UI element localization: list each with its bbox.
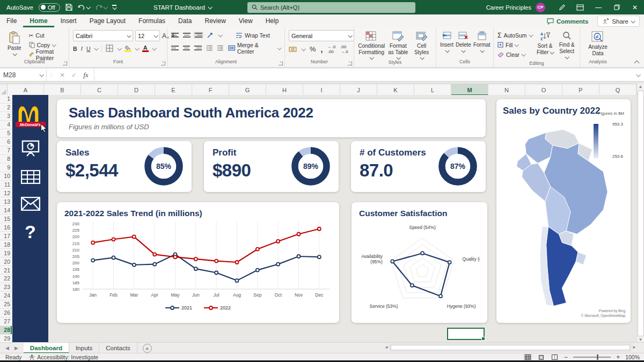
- column-header-I[interactable]: I: [303, 84, 340, 95]
- borders-button[interactable]: [106, 45, 114, 53]
- close-button[interactable]: ✕: [626, 0, 644, 14]
- sheet-tab-inputs[interactable]: Inputs: [69, 343, 99, 353]
- kpi-card-customers[interactable]: # of Customers87.087%: [351, 141, 486, 192]
- align-right-button[interactable]: [194, 46, 202, 50]
- new-sheet-button[interactable]: +: [143, 344, 152, 353]
- fill-color-button[interactable]: [125, 45, 131, 52]
- customize-quick-access-button[interactable]: [112, 5, 116, 9]
- redo-button[interactable]: [95, 4, 107, 11]
- sidebar-table-button[interactable]: [21, 170, 40, 184]
- zoom-slider[interactable]: [573, 357, 611, 358]
- align-middle-button[interactable]: [183, 33, 191, 38]
- horizontal-scrollbar[interactable]: ◄ ►: [384, 344, 636, 351]
- ribbon-tab-page-layout[interactable]: Page Layout: [83, 14, 132, 27]
- ribbon-tab-view[interactable]: View: [232, 14, 259, 27]
- avatar[interactable]: CP: [536, 3, 545, 12]
- horizontal-scroll-thumb[interactable]: [391, 345, 630, 350]
- column-header-F[interactable]: F: [192, 84, 229, 95]
- row-header-28[interactable]: 28: [0, 326, 12, 335]
- format-cells-button[interactable]: Format: [473, 30, 491, 53]
- alignment-dialog-launcher[interactable]: ↘: [279, 61, 283, 65]
- decrease-indent-button[interactable]: [206, 45, 213, 51]
- hscroll-right-arrow[interactable]: ►: [632, 345, 636, 350]
- formula-input[interactable]: [94, 69, 636, 81]
- zoom-slider-thumb[interactable]: [597, 354, 598, 360]
- delete-cells-button[interactable]: Delete: [456, 30, 471, 53]
- font-dialog-launcher[interactable]: ↘: [161, 61, 165, 65]
- ribbon-tab-file[interactable]: File: [0, 14, 23, 27]
- row-header-9[interactable]: 9: [0, 164, 12, 172]
- ribbon-tab-review[interactable]: Review: [198, 14, 232, 27]
- column-header-L[interactable]: L: [414, 84, 451, 95]
- increase-decimal-button[interactable]: ←.0.00: [327, 45, 335, 54]
- row-header-23[interactable]: 23: [0, 283, 12, 292]
- row-header-26[interactable]: 26: [0, 309, 12, 317]
- minimize-button[interactable]: —: [589, 0, 608, 14]
- column-header-N[interactable]: N: [488, 84, 525, 95]
- pen-mode-button[interactable]: [553, 0, 571, 14]
- column-header-A[interactable]: A: [8, 84, 44, 95]
- align-bottom-button[interactable]: [194, 32, 203, 39]
- workbook-title[interactable]: START Dashboard: [153, 0, 211, 14]
- south-america-map[interactable]: [500, 123, 613, 308]
- row-header-22[interactable]: 22: [0, 275, 12, 283]
- search-input[interactable]: Search (Alt+Q): [247, 2, 415, 13]
- row-header-8[interactable]: 8: [0, 155, 12, 164]
- number-dialog-launcher[interactable]: ↘: [348, 61, 352, 65]
- row-header-21[interactable]: 21: [0, 266, 12, 275]
- row-header-6[interactable]: 6: [0, 138, 12, 146]
- clipboard-dialog-launcher[interactable]: ↘: [63, 61, 67, 65]
- fill-handle[interactable]: [481, 337, 485, 341]
- cancel-entry-button[interactable]: ✕: [60, 71, 65, 79]
- column-header-K[interactable]: K: [377, 84, 414, 95]
- column-header-D[interactable]: D: [118, 84, 155, 95]
- format-as-table-button[interactable]: Format as Table: [386, 30, 411, 60]
- accounting-format-button[interactable]: [289, 46, 297, 53]
- find-select-button[interactable]: Find & Select: [558, 30, 576, 61]
- orientation-button[interactable]: [207, 32, 214, 39]
- number-format-select[interactable]: General: [289, 30, 354, 41]
- decrease-decimal-button[interactable]: .00→.0: [340, 45, 348, 54]
- zoom-in-button[interactable]: +: [616, 353, 620, 361]
- restore-button[interactable]: [608, 0, 626, 14]
- merge-center-button[interactable]: Merge & Center: [228, 44, 281, 52]
- row-header-7[interactable]: 7: [0, 146, 12, 155]
- paste-button[interactable]: Paste: [4, 30, 25, 56]
- ribbon-tab-insert[interactable]: Insert: [54, 14, 83, 27]
- formula-bar-splitter[interactable]: ⋮: [49, 72, 54, 78]
- increase-indent-button[interactable]: [217, 45, 224, 51]
- row-header-11[interactable]: 11: [0, 181, 12, 189]
- bold-button[interactable]: B: [73, 46, 77, 52]
- page-layout-view-button[interactable]: [537, 354, 545, 360]
- comma-style-button[interactable]: ,: [321, 45, 323, 54]
- row-header-2[interactable]: 2: [0, 104, 12, 112]
- radar-chart[interactable]: Speed (54%)Quality (86%)Hygene (93%)Serv…: [359, 218, 480, 318]
- select-all-corner[interactable]: [0, 84, 8, 95]
- ribbon-tab-data[interactable]: Data: [172, 14, 198, 27]
- sales-trend-chart[interactable]: 180185190195200205210215220225230JanFebM…: [64, 218, 332, 305]
- column-header-M[interactable]: M: [451, 84, 488, 95]
- clear-button[interactable]: Clear: [497, 50, 532, 58]
- zoom-out-button[interactable]: −: [564, 353, 568, 361]
- row-header-18[interactable]: 18: [0, 240, 12, 249]
- percent-style-button[interactable]: %: [310, 45, 316, 53]
- kpi-card-sales[interactable]: Sales$2,54485%: [57, 141, 192, 192]
- row-header-5[interactable]: 5: [0, 129, 12, 138]
- align-top-button[interactable]: [171, 33, 179, 38]
- tab-scroll-left[interactable]: ◀: [5, 345, 9, 351]
- column-header-G[interactable]: G: [229, 84, 266, 95]
- row-header-3[interactable]: 3: [0, 112, 12, 121]
- sort-filter-button[interactable]: AZ Sort & Filter: [537, 30, 554, 55]
- sidebar-help-button[interactable]: ?: [25, 221, 36, 242]
- column-header-O[interactable]: O: [525, 84, 562, 95]
- normal-view-button[interactable]: [524, 354, 532, 360]
- comments-button[interactable]: Comments: [542, 16, 593, 26]
- row-header-14[interactable]: 14: [0, 206, 12, 215]
- fill-button[interactable]: Fill: [497, 41, 532, 49]
- expand-formula-bar-button[interactable]: [636, 72, 640, 77]
- autosave-toggle[interactable]: Off: [39, 3, 60, 12]
- row-header-20[interactable]: 20: [0, 257, 12, 266]
- sheet-tab-contacts[interactable]: Contacts: [99, 343, 137, 353]
- conditional-formatting-button[interactable]: Conditional Formatting: [358, 30, 385, 60]
- column-header-P[interactable]: P: [562, 84, 599, 95]
